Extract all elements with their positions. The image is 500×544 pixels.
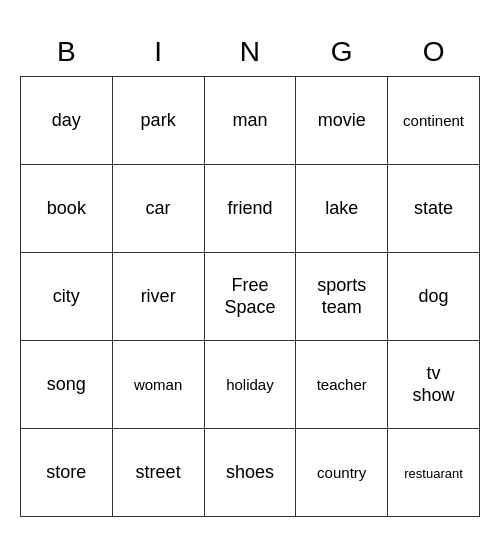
header-g: G [296, 27, 388, 77]
header-n: N [204, 27, 296, 77]
cell-r4-c4: restuarant [388, 429, 480, 517]
cell-r1-c4: state [388, 165, 480, 253]
cell-r0-c2: man [204, 77, 296, 165]
cell-r0-c1: park [112, 77, 204, 165]
cell-r4-c1: street [112, 429, 204, 517]
cell-r3-c1: woman [112, 341, 204, 429]
cell-r1-c0: book [21, 165, 113, 253]
cell-r4-c3: country [296, 429, 388, 517]
cell-r3-c2: holiday [204, 341, 296, 429]
cell-r4-c2: shoes [204, 429, 296, 517]
header-b: B [21, 27, 113, 77]
cell-r2-c0: city [21, 253, 113, 341]
cell-r1-c3: lake [296, 165, 388, 253]
cell-r1-c1: car [112, 165, 204, 253]
cell-r2-c3: sports team [296, 253, 388, 341]
cell-r2-c4: dog [388, 253, 480, 341]
cell-r3-c3: teacher [296, 341, 388, 429]
cell-r3-c0: song [21, 341, 113, 429]
cell-r1-c2: friend [204, 165, 296, 253]
cell-r2-c2: Free Space [204, 253, 296, 341]
cell-r2-c1: river [112, 253, 204, 341]
cell-r0-c4: continent [388, 77, 480, 165]
bingo-card: B I N G O dayparkmanmoviecontinentbookca… [20, 27, 480, 518]
cell-r0-c0: day [21, 77, 113, 165]
cell-r0-c3: movie [296, 77, 388, 165]
header-i: I [112, 27, 204, 77]
cell-r3-c4: tv show [388, 341, 480, 429]
cell-r4-c0: store [21, 429, 113, 517]
header-o: O [388, 27, 480, 77]
